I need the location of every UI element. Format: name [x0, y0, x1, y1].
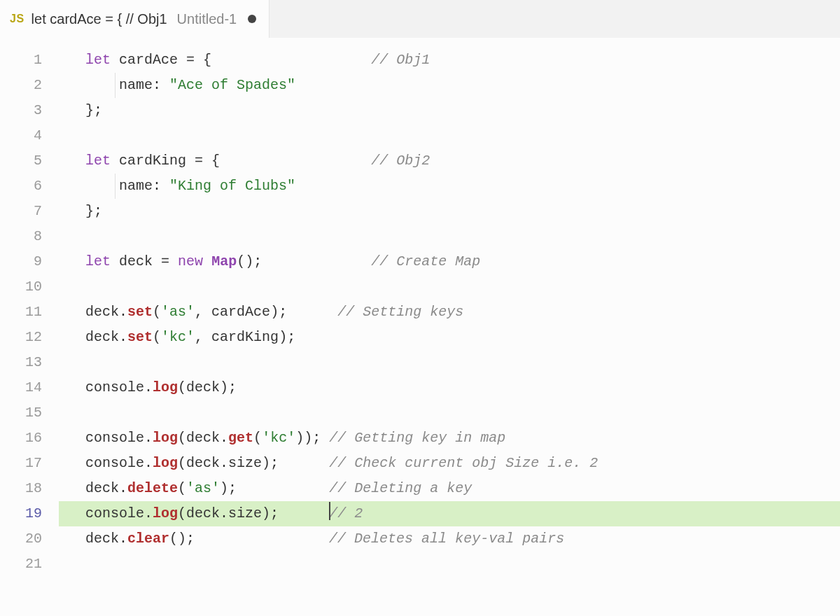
- token-comment: // Obj2: [371, 153, 430, 169]
- line-number[interactable]: 18: [0, 476, 42, 501]
- code-line[interactable]: [59, 224, 840, 249]
- token-str: 'kc': [161, 329, 195, 345]
- token-var: deck: [85, 304, 119, 320]
- line-number[interactable]: 20: [0, 526, 42, 552]
- token-punc: );: [220, 379, 237, 396]
- code-area[interactable]: let cardAce = { // Obj1 name: "Ace of Sp…: [59, 38, 840, 616]
- token-comment: // Deleting a key: [329, 480, 472, 496]
- token-punc: .: [119, 531, 127, 547]
- token-fn: set: [127, 304, 153, 320]
- token-punc: (: [153, 304, 161, 320]
- tab-title: let cardAce = { // Obj1: [31, 11, 167, 27]
- token-str: 'as': [161, 304, 195, 320]
- token-kw: let: [85, 153, 111, 169]
- code-line[interactable]: [59, 123, 840, 148]
- line-number[interactable]: 19: [0, 501, 42, 526]
- token-punc: );: [279, 329, 295, 345]
- token-punc: );: [262, 505, 279, 522]
- line-number[interactable]: 12: [0, 325, 42, 350]
- token-punc: .: [119, 304, 127, 320]
- token-str: "King of Clubs": [169, 178, 295, 194]
- token-fn: set: [127, 329, 153, 345]
- token-comment: // Deletes all key-val pairs: [329, 531, 564, 547]
- token-var: console: [85, 505, 144, 522]
- code-line[interactable]: let deck = new Map(); // Create Map: [59, 249, 840, 274]
- line-number[interactable]: 21: [0, 552, 42, 577]
- line-number[interactable]: 17: [0, 451, 42, 476]
- line-number[interactable]: 2: [0, 73, 42, 98]
- editor-tabbar: JS let cardAce = { // Obj1 Untitled-1: [0, 0, 840, 38]
- token-var: deck: [85, 531, 119, 547]
- token-var: console: [85, 379, 144, 396]
- token-fn: log: [153, 505, 178, 522]
- code-line[interactable]: console.log(deck.size); // Check current…: [59, 451, 840, 476]
- code-line[interactable]: [59, 350, 840, 375]
- token-var: deck: [186, 379, 220, 396]
- text-cursor: [329, 502, 330, 520]
- javascript-file-icon: JS: [10, 13, 24, 25]
- token-kw: let: [85, 253, 111, 270]
- token-punc: };: [85, 102, 102, 118]
- code-line[interactable]: };: [59, 98, 840, 123]
- token-punc: (: [178, 455, 186, 471]
- code-line[interactable]: [59, 400, 840, 426]
- token-punc: .: [119, 329, 127, 345]
- token-var: deck: [119, 253, 153, 270]
- line-number[interactable]: 5: [0, 148, 42, 174]
- token-cls: Map: [211, 253, 237, 270]
- line-number[interactable]: 6: [0, 174, 42, 199]
- token-punc: (: [253, 430, 262, 446]
- code-line[interactable]: name: "Ace of Spades": [59, 73, 840, 98]
- code-line[interactable]: };: [59, 199, 840, 224]
- editor-tab[interactable]: JS let cardAce = { // Obj1 Untitled-1: [0, 0, 270, 38]
- token-punc: .: [144, 379, 153, 396]
- line-number[interactable]: 16: [0, 426, 42, 451]
- token-var: console: [85, 455, 144, 471]
- token-fn: log: [153, 455, 178, 471]
- line-number[interactable]: 8: [0, 224, 42, 249]
- code-line[interactable]: deck.clear(); // Deletes all key-val pai…: [59, 526, 840, 552]
- code-line[interactable]: deck.set('as', cardAce); // Setting keys: [59, 300, 840, 325]
- token-kw: new: [178, 253, 203, 270]
- token-str: 'kc': [262, 430, 295, 446]
- code-line[interactable]: deck.set('kc', cardKing);: [59, 325, 840, 350]
- line-number[interactable]: 9: [0, 249, 42, 274]
- token-var: cardKing: [119, 153, 186, 169]
- code-line[interactable]: [59, 274, 840, 300]
- token-punc: (: [178, 379, 186, 396]
- token-fn: delete: [127, 480, 178, 496]
- code-line[interactable]: name: "King of Clubs": [59, 174, 840, 199]
- token-var: deck: [186, 505, 220, 522]
- line-number[interactable]: 4: [0, 123, 42, 148]
- code-line[interactable]: let cardAce = { // Obj1: [59, 48, 840, 73]
- token-var: cardAce: [211, 304, 270, 320]
- token-punc: (: [178, 480, 186, 496]
- token-var: deck: [85, 480, 119, 496]
- token-punc: ();: [169, 531, 195, 547]
- code-line[interactable]: [59, 552, 840, 577]
- token-punc: :: [153, 77, 161, 93]
- line-number-gutter[interactable]: 123456789101112131415161718192021: [0, 38, 59, 616]
- line-number[interactable]: 3: [0, 98, 42, 123]
- token-punc: .: [119, 480, 127, 496]
- line-number[interactable]: 15: [0, 400, 42, 426]
- token-comment: // Setting keys: [337, 304, 463, 320]
- code-line[interactable]: deck.delete('as'); // Deleting a key: [59, 476, 840, 501]
- code-editor[interactable]: 123456789101112131415161718192021 let ca…: [0, 38, 840, 616]
- line-number[interactable]: 10: [0, 274, 42, 300]
- token-punc: {: [203, 52, 211, 68]
- unsaved-indicator-icon[interactable]: [248, 15, 256, 23]
- line-number[interactable]: 14: [0, 375, 42, 400]
- code-line[interactable]: console.log(deck);: [59, 375, 840, 400]
- token-punc: );: [262, 455, 279, 471]
- token-prop: size: [228, 455, 262, 471]
- code-line[interactable]: let cardKing = { // Obj2: [59, 148, 840, 174]
- token-punc: (: [178, 430, 186, 446]
- token-punc: :: [153, 178, 161, 194]
- line-number[interactable]: 13: [0, 350, 42, 375]
- code-line[interactable]: console.log(deck.size); // 2: [59, 501, 840, 526]
- line-number[interactable]: 7: [0, 199, 42, 224]
- line-number[interactable]: 1: [0, 48, 42, 73]
- line-number[interactable]: 11: [0, 300, 42, 325]
- code-line[interactable]: console.log(deck.get('kc')); // Getting …: [59, 426, 840, 451]
